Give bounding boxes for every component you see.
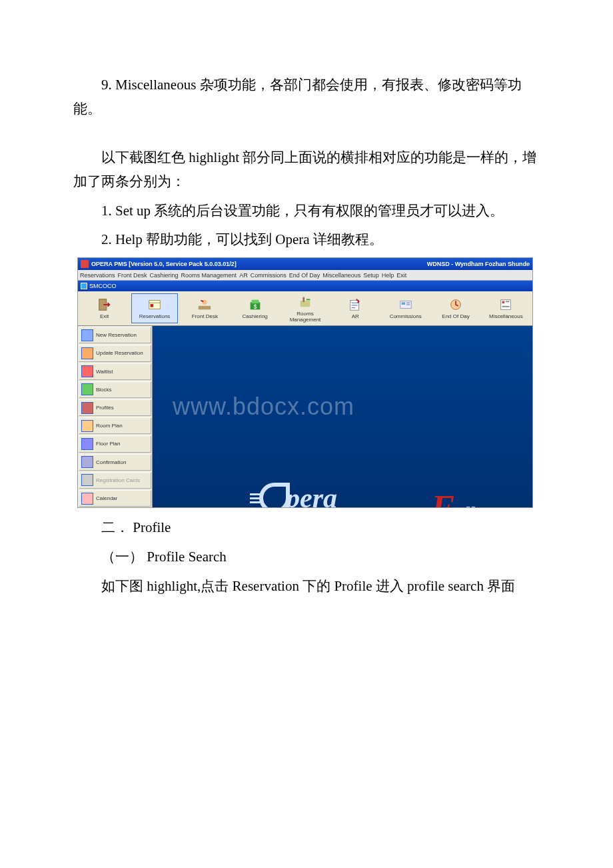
app-icon: [81, 260, 89, 268]
svg-rect-10: [303, 297, 305, 301]
opera-logo: pera: [259, 482, 337, 507]
svg-rect-7: [251, 300, 259, 304]
reservations-icon: [147, 297, 162, 312]
menu-ar[interactable]: AR: [239, 272, 248, 279]
toolbar-cashiering[interactable]: $ Cashiering: [232, 293, 278, 323]
svg-rect-20: [502, 306, 510, 307]
sidebar-registration-cards[interactable]: Registration Cards: [79, 472, 151, 489]
opera-text: pera: [286, 483, 337, 507]
ar-icon: [348, 297, 362, 312]
exit-icon: [97, 297, 112, 312]
paragraph-1-setup: 1. Set up 系统的后台设置功能，只有有权限的管理员才可以进入。: [73, 199, 540, 223]
sidebar-label: Confirmation: [96, 459, 126, 465]
toolbar-rooms-label: Rooms Management: [282, 311, 328, 323]
sidebar-update-reservation[interactable]: Update Reservation: [79, 345, 151, 361]
user-icon: [81, 283, 87, 289]
svg-rect-4: [199, 306, 211, 310]
end-of-day-icon: [448, 297, 463, 312]
toolbar-commissions-label: Commissions: [390, 313, 422, 319]
heading-profile: 二． Profile: [73, 516, 540, 540]
svg-point-5: [203, 300, 207, 305]
menu-cashiering[interactable]: Cashiering: [150, 272, 179, 279]
misc-icon: [498, 297, 513, 312]
sidebar-label: Waitlist: [96, 369, 113, 375]
svg-rect-18: [502, 301, 505, 304]
menu-reservations[interactable]: Reservations: [80, 272, 115, 279]
sidebar-waitlist[interactable]: Waitlist: [79, 363, 151, 380]
sidebar-label: Calendar: [96, 495, 117, 501]
svg-rect-13: [401, 302, 405, 305]
toolbar-reservations[interactable]: Reservations: [131, 293, 177, 323]
rooms-icon: [298, 295, 312, 309]
toolbar-eod-label: End Of Day: [442, 313, 469, 319]
paragraph-9-misc: 9. Miscellaneous 杂项功能，各部门都会使用，有报表、修改密码等功…: [73, 73, 540, 121]
full-ull: ull: [454, 503, 475, 507]
watermark-text: www.bdocx.com: [173, 393, 354, 421]
menu-help[interactable]: Help: [382, 272, 394, 279]
toolbar-misc-label: Miscellaneous: [489, 313, 523, 319]
sidebar-calendar[interactable]: Calendar: [79, 490, 151, 507]
toolbar-front-desk-label: Front Desk: [192, 313, 218, 319]
toolbar-exit[interactable]: Exit: [81, 293, 127, 323]
sidebar-profiles[interactable]: Profiles: [79, 399, 151, 416]
sidebar-floor-plan[interactable]: Floor Plan: [79, 435, 151, 452]
paragraph-intro: 以下截图红色 highlight 部分同上面说的横排相对应的功能是一样的，增加了…: [73, 146, 540, 193]
menu-exit[interactable]: Exit: [396, 272, 406, 279]
sidebar-label: Floor Plan: [96, 441, 120, 447]
toolbar-miscellaneous[interactable]: Miscellaneous: [483, 293, 529, 323]
menu-end-of-day[interactable]: End Of Day: [289, 272, 320, 279]
work-area: New Reservation Update Reservation Waitl…: [78, 326, 532, 507]
calendar-icon: [81, 493, 93, 505]
sidebar-label: Profiles: [96, 405, 114, 411]
toolbar-rooms-mgmt[interactable]: Rooms Management: [282, 293, 328, 323]
reg-cards-icon: [81, 474, 93, 486]
sidebar-label: Blocks: [96, 387, 112, 393]
user-name: SMCOCO: [89, 283, 117, 289]
profiles-icon: [81, 402, 93, 414]
sidebar-room-plan[interactable]: Room Plan: [79, 417, 151, 434]
menu-setup[interactable]: Setup: [363, 272, 379, 279]
new-reservation-icon: [81, 329, 93, 341]
menu-bar: Reservations Front Desk Cashiering Rooms…: [78, 270, 532, 281]
sidebar-blocks[interactable]: Blocks: [79, 381, 151, 398]
opera-pms-screenshot: OPERA PMS [Version 5.0, Service Pack 5.0…: [77, 257, 533, 508]
menu-front-desk[interactable]: Front Desk: [118, 272, 147, 279]
svg-rect-9: [301, 301, 310, 307]
sidebar-label: Registration Cards: [96, 477, 140, 483]
title-left: OPERA PMS [Version 5.0, Service Pack 5.0…: [91, 261, 237, 267]
toolbar-cashiering-label: Cashiering: [243, 313, 268, 319]
sidebar-confirmation[interactable]: Confirmation: [79, 454, 151, 471]
waitlist-icon: [81, 365, 93, 377]
front-desk-icon: [197, 297, 212, 312]
sidebar-label: Room Plan: [96, 423, 123, 429]
opera-o-icon: [259, 483, 290, 507]
cashiering-icon: $: [248, 297, 263, 312]
commissions-icon: [398, 297, 413, 312]
svg-rect-3: [151, 304, 154, 307]
sidebar: New Reservation Update Reservation Waitl…: [78, 326, 153, 507]
title-right: WDNSD - Wyndham Fozhan Shunde: [427, 261, 530, 267]
user-bar: SMCOCO: [78, 281, 532, 291]
confirmation-icon: [81, 456, 93, 468]
toolbar-front-desk[interactable]: Front Desk: [182, 293, 228, 323]
full-f: F: [431, 488, 454, 507]
update-reservation-icon: [81, 347, 93, 359]
toolbar-ar-label: AR: [352, 313, 359, 319]
toolbar-commissions[interactable]: Commissions: [382, 293, 428, 323]
svg-rect-19: [506, 301, 510, 303]
menu-commissions[interactable]: Commissions: [251, 272, 287, 279]
sidebar-label: New Reservation: [96, 332, 137, 338]
sidebar-label: Update Reservation: [96, 350, 143, 356]
menu-miscellaneous[interactable]: Miscellaneous: [322, 272, 360, 279]
toolbar-end-of-day[interactable]: End Of Day: [432, 293, 478, 323]
full-service-logo: Full: [431, 488, 512, 507]
heading-profile-search: （一） Profile Search: [73, 545, 540, 569]
stage-area: www.bdocx.com pera Full: [153, 326, 532, 507]
toolbar-exit-label: Exit: [100, 313, 109, 319]
toolbar-ar[interactable]: AR: [332, 293, 378, 323]
floor-plan-icon: [81, 438, 93, 450]
toolbar-reservations-label: Reservations: [139, 313, 171, 319]
blocks-icon: [81, 383, 93, 395]
sidebar-new-reservation[interactable]: New Reservation: [79, 327, 151, 343]
menu-rooms-management[interactable]: Rooms Management: [181, 272, 237, 279]
